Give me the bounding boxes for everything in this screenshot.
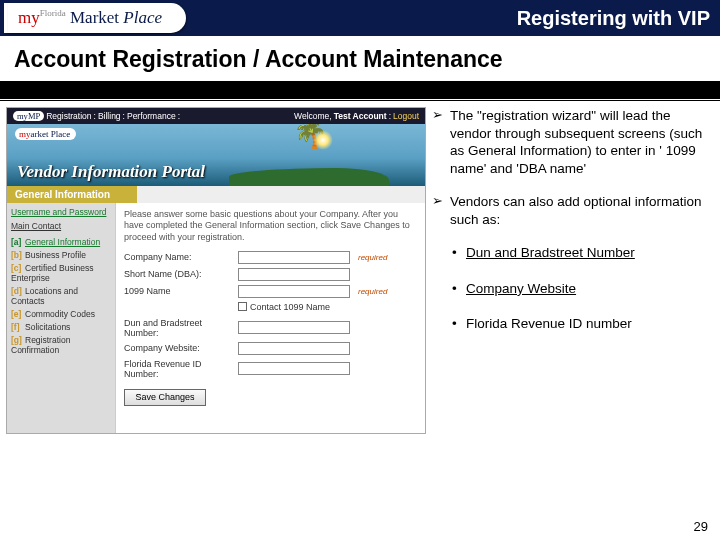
vip-hero-title: Vendor Information Portal	[17, 162, 205, 182]
screenshot-column: myMP Registration : Billing : Performanc…	[0, 105, 430, 434]
vip-form: Please answer some basic questions about…	[115, 203, 425, 433]
lbl-company-name: Company Name:	[124, 252, 234, 262]
input-website[interactable]	[238, 342, 350, 355]
sub-bullet-2-text: Company Website	[466, 280, 576, 298]
bullet-dot-icon: •	[452, 280, 466, 298]
vip-hero-logo: myarket Place	[15, 128, 76, 140]
input-florida-rev-id[interactable]	[238, 362, 350, 375]
sun-icon	[313, 130, 333, 150]
vip-section-tab: General Information	[7, 186, 137, 203]
checkbox-contact-1099[interactable]	[238, 302, 247, 311]
vip-nav-step-a[interactable]: [a]General Information	[11, 237, 111, 247]
sub-bullet-1-text: Dun and Bradstreet Number	[466, 244, 635, 262]
lbl-1099-name: 1099 Name	[124, 286, 234, 296]
sub-bullet-list: • Dun and Bradstreet Number • Company We…	[432, 244, 714, 333]
vip-nav-step-g[interactable]: [g]Registration Confirmation	[11, 335, 111, 355]
row-florida-rev-id: Florida Revenue ID Number:	[124, 359, 417, 379]
save-changes-button[interactable]: Save Changes	[124, 389, 206, 406]
logo-market: arket	[85, 8, 119, 27]
vip-tab-registration[interactable]: Registration	[46, 111, 91, 121]
bullet-dot-icon: •	[452, 315, 466, 333]
bullet-1: ➢ The "registration wizard" will lead th…	[432, 107, 714, 177]
content-row: myMP Registration : Billing : Performanc…	[0, 101, 720, 434]
lbl-florida-rev-id: Florida Revenue ID Number:	[124, 359, 234, 379]
sub-bullet-3-text: Florida Revenue ID number	[466, 315, 632, 333]
slide-title: Registering with VIP	[517, 7, 710, 30]
input-company-name[interactable]	[238, 251, 350, 264]
logo-myflorida-marketplace: myFlorida Market Place	[18, 8, 162, 28]
text-column: ➢ The "registration wizard" will lead th…	[430, 105, 720, 434]
palm-tree-icon: 🌴	[293, 134, 311, 180]
bullet-1-text: The "registration wizard" will lead the …	[450, 107, 714, 177]
vip-form-intro: Please answer some basic questions about…	[124, 209, 417, 243]
vip-welcome-prefix: Welcome,	[294, 111, 332, 121]
req-1099-name: required	[358, 287, 387, 296]
req-company-name: required	[358, 253, 387, 262]
row-1099-name: 1099 Name required	[124, 285, 417, 298]
vip-sidebar: Username and Password Main Contact [a]Ge…	[7, 203, 115, 433]
vip-nav-step-f[interactable]: [f]Solicitations	[11, 322, 111, 332]
vip-tab-performance[interactable]: Performance	[127, 111, 176, 121]
vip-mini-logo-icon: myMP	[13, 111, 44, 121]
vip-nav-current[interactable]: Username and Password	[11, 207, 111, 217]
vip-account-name: Test Account	[334, 111, 387, 121]
lbl-short-name: Short Name (DBA):	[124, 269, 234, 279]
input-duns[interactable]	[238, 321, 350, 334]
vip-top-tabs: myMP Registration : Billing : Performanc…	[13, 111, 180, 121]
vip-tab-billing[interactable]: Billing	[98, 111, 121, 121]
arrow-icon: ➢	[432, 107, 450, 177]
vip-top-nav: myMP Registration : Billing : Performanc…	[7, 108, 425, 124]
bullet-2-text: Vendors can also add optional informatio…	[450, 193, 714, 228]
row-website: Company Website:	[124, 342, 417, 355]
lbl-duns: Dun and Bradstreet Number:	[124, 318, 234, 338]
logo-place: Place	[123, 8, 162, 27]
lbl-website: Company Website:	[124, 343, 234, 353]
row-short-name: Short Name (DBA):	[124, 268, 417, 281]
lbl-contact-1099: Contact 1099 Name	[250, 302, 330, 312]
vip-top-account: Welcome, Test Account : Logout	[294, 111, 419, 121]
input-short-name[interactable]	[238, 268, 350, 281]
row-company-name: Company Name: required	[124, 251, 417, 264]
sub-bullet-3: • Florida Revenue ID number	[452, 315, 714, 333]
vip-nav-main-contact[interactable]: Main Contact	[11, 221, 111, 231]
sub-bullet-1: • Dun and Bradstreet Number	[452, 244, 714, 262]
arrow-icon: ➢	[432, 193, 450, 228]
input-1099-name[interactable]	[238, 285, 350, 298]
row-duns: Dun and Bradstreet Number:	[124, 318, 417, 338]
logo-my: my	[18, 8, 40, 27]
vip-nav-step-e[interactable]: [e]Commodity Codes	[11, 309, 111, 319]
divider-thick	[0, 81, 720, 99]
vip-hero-banner: myarket Place 🌴 Vendor Information Porta…	[7, 124, 425, 186]
bullet-2: ➢ Vendors can also add optional informat…	[432, 193, 714, 228]
bullet-dot-icon: •	[452, 244, 466, 262]
page-number: 29	[694, 519, 708, 534]
vip-nav-step-b[interactable]: [b]Business Profile	[11, 250, 111, 260]
vip-nav-step-d[interactable]: [d]Locations and Contacts	[11, 286, 111, 306]
section-heading: Account Registration / Account Maintenan…	[0, 36, 720, 81]
sub-bullet-2: • Company Website	[452, 280, 714, 298]
row-contact-1099: Contact 1099 Name	[238, 302, 417, 312]
slide-top-bar: myFlorida myFlorida Market Place Registe…	[0, 0, 720, 36]
vip-logout-link[interactable]: Logout	[393, 111, 419, 121]
vip-nav-step-c[interactable]: [c]Certified Business Enterprise	[11, 263, 111, 283]
vip-body: Username and Password Main Contact [a]Ge…	[7, 203, 425, 433]
vip-screenshot: myMP Registration : Billing : Performanc…	[6, 107, 426, 434]
